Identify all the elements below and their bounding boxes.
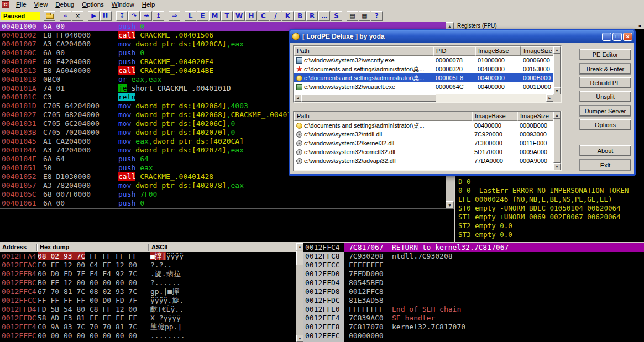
- dump-row[interactable]: 0012FFA408 02 93 7C FF FF FF FF■撺|ÿÿÿÿ: [0, 252, 296, 261]
- disasm-row[interactable]: 0040105C68 007F0000push 7F00: [0, 190, 446, 199]
- module-row[interactable]: c:\windows\system32\ntdll.dll7C920000000…: [294, 130, 561, 139]
- toolbar-view-references-button[interactable]: R: [306, 11, 318, 21]
- toolbar-close-process-button[interactable]: ×: [72, 11, 83, 21]
- pane-splitter[interactable]: [0, 208, 446, 209]
- process-list-vscrollbar[interactable]: [553, 46, 561, 94]
- menu-view[interactable]: View: [30, 1, 52, 8]
- menu-file[interactable]: File: [12, 1, 30, 8]
- disasm-row[interactable]: 004010616A 00push 0: [0, 199, 446, 208]
- toolbar-view-windows-button[interactable]: W: [233, 11, 245, 21]
- close-button[interactable]: [623, 33, 632, 41]
- column-header-path[interactable]: Path: [294, 112, 472, 121]
- toolbar-help-button[interactable]: ?: [371, 11, 383, 21]
- dump-row[interactable]: 0012FFC467 70 81 7C 08 02 93 7Cgp.|■撺: [0, 287, 296, 296]
- scroll-thumb[interactable]: [296, 251, 303, 265]
- app-icon[interactable]: C: [2, 1, 9, 8]
- toolbar-appearance-options-button[interactable]: ▦: [359, 11, 370, 21]
- toolbar-view-executables-button[interactable]: E: [197, 11, 208, 21]
- maximize-button[interactable]: [612, 33, 622, 41]
- toolbar-view-patches-button[interactable]: /: [270, 11, 281, 21]
- process-row[interactable]: c:\windows\system32\wuauclt.exe0000064C0…: [294, 82, 561, 91]
- minimize-button[interactable]: [602, 33, 611, 41]
- about-button[interactable]: About: [579, 145, 631, 156]
- toolbar-view-handles-button[interactable]: H: [245, 11, 257, 21]
- process-list-hscrollbar[interactable]: [294, 94, 553, 102]
- dump-row[interactable]: 0012FFE4C0 9A 83 7C 70 70 81 7C壟億pp.|: [0, 323, 296, 332]
- column-header-imagebase[interactable]: ImageBase: [475, 46, 521, 56]
- process-row[interactable]: c:\windows\system32\wscntfy.exe000000780…: [294, 56, 561, 65]
- menu-window[interactable]: Window: [108, 1, 138, 8]
- toolbar-execute-till-return-button[interactable]: ↥: [153, 11, 164, 21]
- scroll-up-icon[interactable]: [296, 243, 303, 250]
- exit-button[interactable]: Exit: [579, 159, 631, 171]
- options-button[interactable]: Options: [579, 119, 631, 130]
- module-row[interactable]: c:\windows\system32\advapi32.dll77DA0000…: [294, 156, 561, 165]
- dump-row[interactable]: 0012FFCCFF FF FF FF 00 D0 FD 7Fÿÿÿÿ.旋.: [0, 296, 296, 305]
- dump-row[interactable]: 0012FFACF0 FF 12 00 C4 FF 12 00?.?..: [0, 261, 296, 270]
- toolbar-view-breakpoints-button[interactable]: B: [294, 11, 306, 21]
- disasm-row[interactable]: 00401057A3 78204000mov dword ptr ds:[402…: [0, 181, 446, 190]
- toolbar-go-to-address-button[interactable]: ⇒: [169, 11, 180, 21]
- column-header-imagebase[interactable]: ImageBase: [472, 112, 517, 121]
- process-row[interactable]: c:\documents and settings\administrator\…: [294, 65, 561, 73]
- dump-row[interactable]: 0012FFEC00 00 00 00 00 00 00 00........: [0, 332, 296, 340]
- toolbar-view-threads-button[interactable]: T: [221, 11, 233, 21]
- toolbar-debug-options-button[interactable]: ▤: [347, 11, 358, 21]
- toolbar-animate-over-button[interactable]: ↠: [140, 11, 152, 21]
- stack-row[interactable]: 0012FFEC00000000: [303, 332, 644, 340]
- stack-row[interactable]: 0012FFE47C839AC0SE handler: [303, 314, 644, 323]
- stack-row[interactable]: 0012FFE87C817070kernel32.7C817070: [303, 323, 644, 332]
- toolbar-view-memory-button[interactable]: M: [209, 11, 221, 21]
- stack-row[interactable]: 0012FFD07FFDD000: [303, 270, 644, 278]
- toolbar-run-button[interactable]: ▶: [88, 11, 100, 21]
- stack-row[interactable]: 0012FFDC81E3AD58: [303, 296, 644, 305]
- toolbar-view-source-button[interactable]: S: [331, 11, 342, 21]
- toolbar-step-over-button[interactable]: ↷: [128, 11, 140, 21]
- scroll-down-icon[interactable]: [553, 163, 561, 170]
- toolbar-step-into-button[interactable]: ↧: [116, 11, 128, 21]
- toolbar-open-file-button[interactable]: [44, 11, 55, 21]
- scroll-up-icon[interactable]: [553, 46, 561, 54]
- toolbar-pause-button[interactable]: ▌▌: [100, 11, 112, 21]
- scroll-down-icon[interactable]: [296, 335, 303, 342]
- module-list-vscrollbar[interactable]: [553, 112, 561, 170]
- pe-editor-button[interactable]: PE Editor: [579, 49, 631, 60]
- column-header-path[interactable]: Path: [294, 46, 433, 56]
- scroll-track[interactable]: [301, 94, 546, 102]
- menu-help[interactable]: Help: [138, 1, 159, 8]
- scroll-thumb[interactable]: [553, 54, 561, 87]
- dumper-server-button[interactable]: Dumper Server: [579, 105, 631, 117]
- menu-options[interactable]: Options: [78, 1, 108, 8]
- menu-debug[interactable]: Debug: [51, 1, 78, 8]
- dump-scrollbar[interactable]: [296, 243, 303, 342]
- process-row[interactable]: c:\documents and settings\administrator\…: [294, 73, 561, 82]
- stack-row[interactable]: 0012FFC47C817067RETURN to kernel32.7C817…: [303, 243, 644, 252]
- toolbar-view-run-trace-button[interactable]: ...: [318, 11, 330, 21]
- column-header-pid[interactable]: PID: [433, 46, 475, 56]
- scroll-thumb[interactable]: [553, 119, 561, 163]
- scroll-down-icon[interactable]: [553, 87, 561, 94]
- break-enter-button[interactable]: Break & Enter: [579, 63, 631, 75]
- stack-row[interactable]: 0012FFC87C930208ntdll.7C930208: [303, 252, 644, 261]
- rebuild-pe-button[interactable]: Rebuild PE: [579, 77, 631, 88]
- module-row[interactable]: c:\windows\system32\comctl32.dll5D170000…: [294, 148, 561, 156]
- dump-row[interactable]: 0012FFBCB0 FF 12 00 00 00 00 00?......: [0, 278, 296, 287]
- toolbar-view-log-button[interactable]: L: [185, 11, 196, 21]
- dump-row[interactable]: 0012FFB400 D0 FD 7F F4 E4 92 7C.旋.翡拉: [0, 270, 296, 278]
- dump-row[interactable]: 0012FFD4FD 5B 54 80 C8 FF 12 00齕T€Èÿ..: [0, 305, 296, 314]
- scroll-down-icon[interactable]: [446, 201, 454, 209]
- dump-row[interactable]: 0012FFDC58 AD E3 81 FF FF FF FFX ?ÿÿÿÿ: [0, 314, 296, 323]
- toolbar-view-cpu-button[interactable]: C: [258, 11, 269, 21]
- stack-row[interactable]: 0012FFE0FFFFFFFFEnd of SEH chain: [303, 305, 644, 314]
- scroll-left-icon[interactable]: [294, 94, 301, 102]
- stack-row[interactable]: 0012FFCCFFFFFFFF: [303, 261, 644, 270]
- unsplit-button[interactable]: Unsplit: [579, 91, 631, 102]
- column-header-imagesize[interactable]: ImageSize: [521, 46, 556, 56]
- stack-row[interactable]: 0012FFD480545BFD: [303, 278, 644, 287]
- toolbar-restart-button[interactable]: «: [60, 11, 71, 21]
- module-row[interactable]: c:\windows\system32\kernel32.dll7C800000…: [294, 139, 561, 148]
- toolbar-view-call-stack-button[interactable]: K: [282, 11, 294, 21]
- lordpe-titlebar[interactable]: [ LordPE Deluxe ] by yoda: [290, 30, 634, 43]
- column-header-imagesize[interactable]: ImageSize: [517, 112, 556, 121]
- scroll-left-icon[interactable]: [635, 22, 644, 29]
